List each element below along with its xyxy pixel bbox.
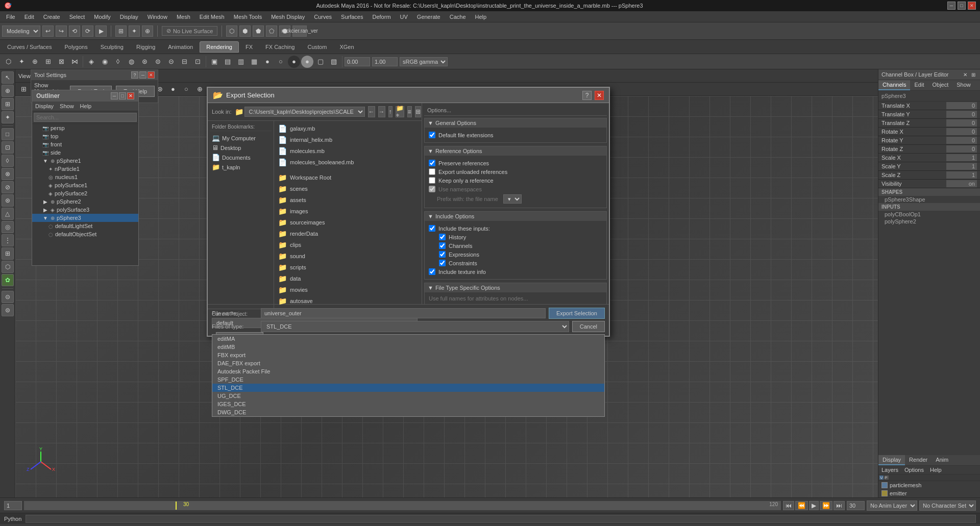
menu-edit[interactable]: Edit <box>20 13 38 21</box>
tb2-icon7[interactable]: ⊝ <box>165 56 177 68</box>
tb-icon8[interactable]: ⊕ <box>142 26 153 37</box>
play-btn[interactable]: ▶ <box>809 501 819 510</box>
nav-up-btn[interactable]: ↑ <box>388 106 393 117</box>
mode-select[interactable]: Modeling <box>2 26 40 37</box>
tb-icon3[interactable]: ⟲ <box>69 26 80 37</box>
maximize-button[interactable]: □ <box>958 2 966 10</box>
layers-subtab[interactable]: Layers <box>878 466 901 474</box>
disp-tab-display[interactable]: Display <box>878 455 905 465</box>
command-line[interactable] <box>26 515 976 523</box>
layer-particlemesh[interactable]: particlemesh <box>878 481 980 489</box>
outliner-item-front[interactable]: 📷 front <box>32 140 138 148</box>
tool2[interactable]: ⊕ <box>2 85 14 97</box>
char-set-select[interactable]: No Character Set <box>919 500 976 511</box>
tb-icon10[interactable]: ⬢ <box>239 26 251 37</box>
list-view-btn[interactable]: ≡ <box>407 106 412 117</box>
polysphere2-item[interactable]: polySphere2 <box>878 218 980 225</box>
menu-cache[interactable]: Cache <box>446 13 470 21</box>
disp-tab-anim[interactable]: Anim <box>932 455 952 465</box>
filename-input[interactable] <box>261 308 546 318</box>
layer-emitter[interactable]: emitter <box>878 489 980 497</box>
move-tool[interactable]: ✦ <box>15 56 28 68</box>
tool5[interactable]: □ <box>2 128 14 140</box>
outliner-item-top[interactable]: 📷 top <box>32 132 138 140</box>
bookmark-mycomputer[interactable]: 💻 My Computer <box>210 133 272 143</box>
tool12[interactable]: ◎ <box>2 221 14 233</box>
general-options-header[interactable]: ▼ General Options <box>425 118 606 128</box>
outliner-maximize[interactable]: □ <box>119 92 126 99</box>
tb-icon11[interactable]: ⬟ <box>253 26 264 37</box>
folder-scripts[interactable]: 📁 scripts <box>276 262 420 273</box>
tb-icon5[interactable]: ▶ <box>95 26 107 37</box>
export-selection-button[interactable]: Export Selection <box>549 308 605 319</box>
tool-settings-help[interactable]: ? <box>131 71 138 79</box>
dialog-close-btn[interactable]: ✕ <box>595 91 604 100</box>
outliner-item-persp[interactable]: 📷 persp <box>32 124 138 132</box>
detail-view-btn[interactable]: ⊞ <box>415 106 421 117</box>
use-namespaces-cb[interactable] <box>429 186 435 192</box>
tb2-icon16[interactable]: ● <box>288 56 300 68</box>
outliner-menu-show[interactable]: Show <box>58 103 76 110</box>
filetype-options-header[interactable]: ▼ File Type Specific Options <box>425 283 606 292</box>
tool13[interactable]: ⋮ <box>2 234 14 246</box>
menu-curves[interactable]: Curves <box>310 13 336 21</box>
snap-grid[interactable]: ⊠ <box>55 56 67 68</box>
tool14[interactable]: ⊞ <box>2 247 14 260</box>
file-molecules-booleaned[interactable]: 📄 molecules_booleaned.mb <box>276 157 420 168</box>
tool17[interactable]: ⊝ <box>2 291 14 303</box>
folder-movies[interactable]: 📁 movies <box>276 284 420 295</box>
bookmark-desktop[interactable]: 🖥 Desktop <box>210 143 272 153</box>
menu-deform[interactable]: Deform <box>368 13 395 21</box>
ft-fbx[interactable]: FBX export <box>212 351 604 359</box>
scale-tool[interactable]: ⊞ <box>42 56 54 68</box>
tb2-icon13[interactable]: ▦ <box>248 56 260 68</box>
include-texture-cb[interactable] <box>429 268 435 275</box>
folder-clips[interactable]: 📁 clips <box>276 239 420 251</box>
tb2-icon9[interactable]: ⊡ <box>191 56 204 68</box>
tb-icon4[interactable]: ⟳ <box>82 26 93 37</box>
tab-animation[interactable]: Animation <box>162 42 199 52</box>
keep-only-cb[interactable] <box>429 177 435 184</box>
new-folder-btn[interactable]: 📁+ <box>396 106 404 117</box>
minimize-button[interactable]: ─ <box>947 2 955 10</box>
step-fwd-btn[interactable]: ⏩ <box>820 501 832 510</box>
cb-expand[interactable]: ⊞ <box>970 71 977 78</box>
tb2-icon10[interactable]: ▣ <box>208 56 220 68</box>
layer-vis-btn[interactable]: V <box>879 475 884 480</box>
outliner-item-polysurface3[interactable]: ▶ ◈ polySurface3 <box>32 206 138 214</box>
outliner-close[interactable]: ✕ <box>127 92 134 99</box>
cb-tab-edit[interactable]: Edit <box>910 80 928 90</box>
help-subtab[interactable]: Help <box>927 466 945 474</box>
ft-dwg-dce[interactable]: DWG_DCE <box>212 408 604 416</box>
tool10[interactable]: ⊛ <box>2 194 14 207</box>
preserve-refs-cb[interactable] <box>429 160 435 166</box>
outliner-item-side[interactable]: 📷 side <box>32 148 138 157</box>
tb-icon2[interactable]: ↪ <box>56 26 67 37</box>
export-unloaded-cb[interactable] <box>429 168 435 175</box>
tool6[interactable]: ⊡ <box>2 141 14 154</box>
tool9[interactable]: ⊘ <box>2 181 14 193</box>
anim-layer-select[interactable]: No Anim Layer <box>867 500 917 511</box>
tab-rendering[interactable]: Rendering <box>200 41 239 53</box>
outliner-item-psphere3[interactable]: ▼ ⊕ pSphere3 <box>32 214 138 222</box>
ft-dae-fbx[interactable]: DAE_FBX export <box>212 359 604 367</box>
psphere3shape-item[interactable]: pSphere3Shape <box>878 196 980 203</box>
tab-curves-surfaces[interactable]: Curves / Surfaces <box>1 42 58 52</box>
menu-create[interactable]: Create <box>39 13 64 21</box>
tool-settings-close[interactable]: ✕ <box>148 71 155 79</box>
tb2-icon19[interactable]: ▧ <box>328 56 340 68</box>
cb-close[interactable]: ✕ <box>962 71 969 78</box>
menu-mesh[interactable]: Mesh <box>173 13 194 21</box>
value1-input[interactable] <box>345 57 370 66</box>
tab-sculpting[interactable]: Sculpting <box>94 42 130 52</box>
outliner-search-input[interactable] <box>34 113 137 122</box>
menu-file[interactable]: File <box>2 13 19 21</box>
ft-iges-dce[interactable]: IGES_DCE <box>212 400 604 408</box>
tb2-icon1[interactable]: ◈ <box>85 56 97 68</box>
menu-surfaces[interactable]: Surfaces <box>337 13 367 21</box>
tool4[interactable]: ✦ <box>2 111 14 123</box>
ft-stl-dce[interactable]: STL_DCE <box>212 384 604 392</box>
tb2-icon17[interactable]: ● <box>301 56 313 68</box>
outliner-item-nucleus[interactable]: ◎ nucleus1 <box>32 173 138 181</box>
tab-fx[interactable]: FX <box>239 42 259 52</box>
